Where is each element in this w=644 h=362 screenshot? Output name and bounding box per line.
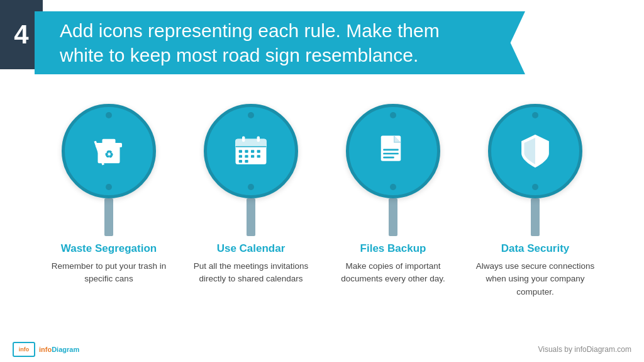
sign-desc-files: Make copies of important documents every… — [333, 260, 453, 286]
sign-item-calendar: Use Calendar Put all the meetings invita… — [191, 104, 311, 286]
calendar-icon — [229, 129, 273, 173]
svg-rect-21 — [257, 136, 260, 142]
sign-desc-waste: Remember to put your trash in specific c… — [49, 260, 169, 286]
svg-rect-17 — [257, 155, 260, 157]
footer: info infoDiagram Visuals by infoDiagram.… — [0, 342, 644, 357]
svg-rect-25 — [383, 149, 399, 151]
shield-icon — [513, 129, 557, 173]
sign-title-waste: Waste Segregation — [61, 242, 157, 255]
sign-circle-waste: ♻ — [62, 104, 156, 198]
svg-rect-2 — [103, 139, 116, 144]
logo-label: infoDiagram — [39, 346, 79, 353]
sign-title-calendar: Use Calendar — [217, 242, 286, 255]
svg-rect-20 — [242, 136, 245, 142]
svg-rect-14 — [239, 155, 242, 157]
sign-post-security — [531, 198, 540, 236]
sign-item-security: Data Security Always use secure connecti… — [475, 104, 595, 298]
sign-circle-calendar — [204, 104, 298, 198]
document-icon — [371, 129, 415, 173]
sign-item-files: Files Backup Make copies of important do… — [333, 104, 453, 286]
sign-desc-security: Always use secure connections when using… — [475, 260, 595, 298]
sign-circle-files — [346, 104, 440, 198]
banner: Add icons representing each rule. Make t… — [35, 11, 525, 74]
svg-rect-10 — [239, 150, 242, 152]
svg-rect-15 — [245, 155, 248, 157]
logo-box: info — [13, 342, 35, 357]
header: 4 Add icons representing each rule. Make… — [0, 0, 644, 101]
sign-item-waste: ♻ Waste Segregation Remember to put your… — [49, 104, 169, 286]
sign-post-calendar — [247, 198, 255, 236]
sign-title-files: Files Backup — [360, 242, 426, 255]
sign-post-waste — [104, 198, 113, 236]
svg-rect-26 — [383, 153, 399, 155]
footer-logo: info infoDiagram — [13, 342, 79, 357]
svg-text:♻: ♻ — [104, 149, 113, 160]
svg-rect-12 — [251, 150, 254, 152]
sign-post-files — [389, 198, 397, 236]
main-content: ♻ Waste Segregation Remember to put your… — [0, 98, 644, 337]
svg-rect-8 — [236, 139, 267, 147]
footer-credit: Visuals by infoDiagram.com — [538, 345, 631, 354]
step-number: 4 — [14, 20, 28, 50]
sign-desc-calendar: Put all the meetings invitations directl… — [191, 260, 311, 286]
svg-rect-27 — [383, 157, 394, 159]
svg-rect-19 — [245, 160, 248, 162]
recycle-icon: ♻ — [87, 129, 131, 173]
svg-rect-16 — [251, 155, 254, 157]
banner-text: Add icons representing each rule. Make t… — [60, 18, 440, 67]
svg-rect-11 — [245, 150, 248, 152]
svg-rect-18 — [239, 160, 242, 162]
sign-circle-security — [488, 104, 582, 198]
sign-title-security: Data Security — [501, 242, 570, 255]
svg-rect-13 — [257, 150, 260, 152]
